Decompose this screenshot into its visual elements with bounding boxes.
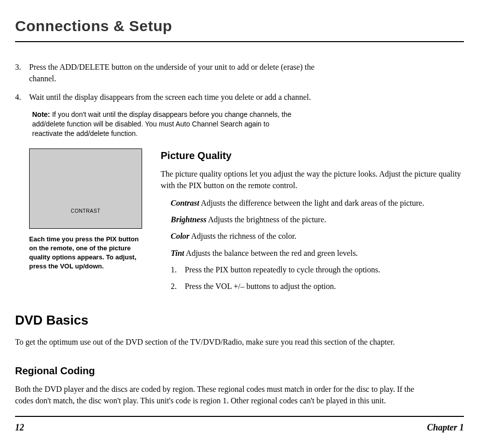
note-label: Note: bbox=[32, 110, 50, 118]
screen-preview: CONTRAST bbox=[29, 148, 142, 229]
step-text: Wait until the display disappears from t… bbox=[29, 91, 311, 103]
desc: Adjusts the richness of the color. bbox=[189, 232, 296, 240]
page-number: 12 bbox=[15, 421, 24, 434]
term: Contrast bbox=[171, 199, 199, 207]
step-item: 3. Press the ADD/DELETE button on the un… bbox=[15, 61, 326, 84]
page-footer: 12 Chapter 1 bbox=[15, 416, 464, 434]
picture-quality-heading: Picture Quality bbox=[161, 148, 464, 163]
dvd-basics-heading: DVD Basics bbox=[15, 311, 464, 330]
term: Color bbox=[171, 232, 189, 240]
step-number: 4. bbox=[15, 91, 29, 103]
picture-step: 1. Press the PIX button repeatedly to cy… bbox=[171, 264, 464, 275]
desc: Adjusts the balance between the red and … bbox=[184, 249, 358, 257]
picture-step: 2. Press the VOL +/– buttons to adjust t… bbox=[171, 280, 464, 292]
dvd-basics-intro: To get the optimum use out of the DVD se… bbox=[15, 336, 427, 348]
step-number: 1. bbox=[171, 264, 185, 275]
picture-steps: 1. Press the PIX button repeatedly to cy… bbox=[171, 264, 464, 292]
desc: Adjusts the difference between the light… bbox=[199, 199, 424, 207]
step-text: Press the VOL +/– buttons to adjust the … bbox=[185, 280, 336, 292]
desc: Adjusts the brightness of the picture. bbox=[206, 215, 326, 224]
step-list: 3. Press the ADD/DELETE button on the un… bbox=[15, 61, 326, 103]
chapter-label: Chapter 1 bbox=[427, 421, 464, 434]
def-color: Color Adjusts the richness of the color. bbox=[171, 230, 464, 242]
screen-overlay-label: CONTRAST bbox=[71, 208, 100, 215]
step-text: Press the ADD/DELETE button on the under… bbox=[29, 61, 326, 84]
term: Tint bbox=[171, 249, 184, 257]
definition-list: Contrast Adjusts the difference between … bbox=[171, 197, 464, 259]
def-brightness: Brightness Adjusts the brightness of the… bbox=[171, 214, 464, 225]
page-title: Connections & Setup bbox=[15, 15, 464, 42]
def-contrast: Contrast Adjusts the difference between … bbox=[171, 197, 464, 209]
screen-caption: Each time you press the PIX button on th… bbox=[29, 235, 141, 271]
step-number: 2. bbox=[171, 280, 185, 292]
regional-coding-heading: Regional Coding bbox=[15, 364, 464, 378]
step-number: 3. bbox=[15, 61, 29, 84]
step-text: Press the PIX button repeatedly to cycle… bbox=[185, 264, 380, 275]
def-tint: Tint Adjusts the balance between the red… bbox=[171, 247, 464, 259]
regional-coding-body: Both the DVD player and the discs are co… bbox=[15, 383, 427, 406]
term: Brightness bbox=[171, 215, 206, 224]
note-body: If you don't wait until the display disa… bbox=[32, 110, 291, 137]
picture-quality-intro: The picture quality options let you adju… bbox=[161, 168, 464, 191]
note: Note: If you don't wait until the displa… bbox=[32, 110, 293, 138]
step-item: 4. Wait until the display disappears fro… bbox=[15, 91, 326, 103]
